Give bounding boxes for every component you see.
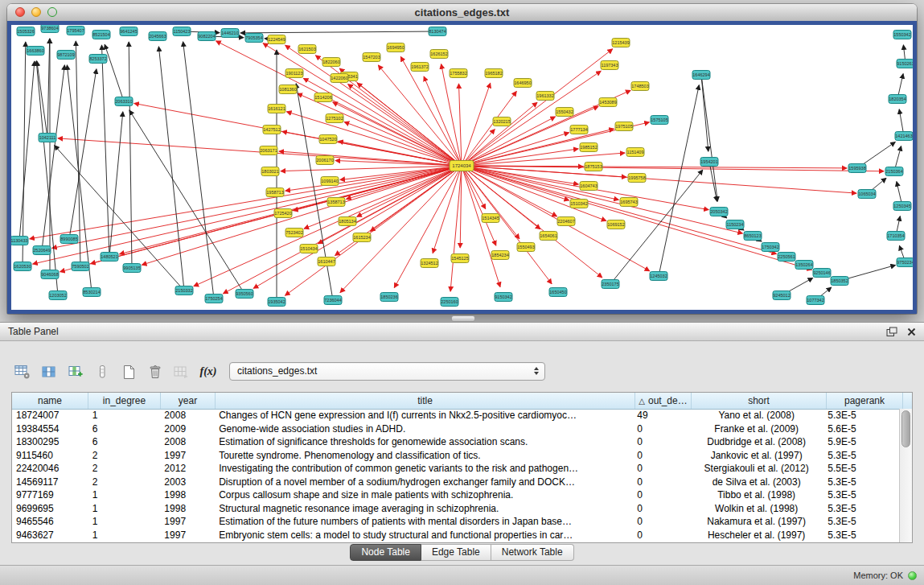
graph-edge[interactable] (263, 43, 462, 166)
column-header-out_de[interactable]: △out_de… (635, 393, 692, 409)
graph-edge[interactable] (285, 45, 462, 166)
graph-node[interactable]: 8521504 (92, 31, 110, 39)
graph-node[interactable]: 1320215 (493, 117, 511, 126)
graph-node[interactable]: 1750254 (205, 295, 223, 303)
close-panel-icon[interactable] (907, 328, 916, 336)
graph-edge[interactable] (105, 44, 124, 101)
network-canvas[interactable]: 1724034150532697386041795407852150496412… (11, 25, 913, 310)
graph-node[interactable]: 7905354 (245, 34, 263, 43)
graph-edge[interactable] (240, 31, 437, 33)
graph-node[interactable]: 1150423 (173, 27, 191, 36)
delete-column-button[interactable] (92, 361, 112, 382)
tab-network-table[interactable]: Network Table (491, 544, 574, 561)
table-row[interactable]: 2242004622012Investigating the contribut… (12, 462, 900, 476)
graph-node[interactable]: 1510434 (300, 245, 318, 253)
graph-edge[interactable] (129, 42, 132, 268)
graph-node[interactable]: 1130433 (11, 237, 28, 245)
graph-node[interactable]: 1224549 (268, 35, 285, 44)
graph-node[interactable]: 1550493 (517, 243, 535, 252)
graph-edge[interactable] (285, 166, 462, 295)
graph-node[interactable]: 8530214 (83, 288, 101, 297)
graph-node[interactable]: 1203052 (49, 291, 67, 300)
graph-node[interactable]: 1958713 (266, 188, 284, 197)
graph-node[interactable]: 1850236 (380, 293, 398, 302)
graph-edge[interactable] (253, 166, 462, 288)
graph-node[interactable]: 1069152 (607, 220, 625, 229)
graph-node[interactable]: 2204607 (557, 217, 575, 226)
graph-node[interactable]: 9245012 (773, 291, 791, 300)
column-header-year[interactable]: year (161, 393, 216, 409)
graph-node[interactable]: 1150234 (726, 220, 744, 229)
graph-edge[interactable] (23, 42, 26, 266)
graph-node[interactable]: 1604743 (580, 182, 598, 191)
graph-node[interactable]: 1510342 (570, 200, 588, 208)
delete-table-button[interactable] (146, 361, 165, 382)
graph-node[interactable]: 2250160 (441, 298, 458, 307)
graph-node[interactable]: 1615234 (353, 233, 371, 242)
graph-node[interactable]: 1710354 (887, 232, 905, 241)
graph-node[interactable]: 1427512 (263, 126, 281, 134)
graph-node[interactable]: 2150332 (175, 286, 193, 295)
graph-node[interactable]: 1250345 (893, 202, 911, 211)
graph-node[interactable]: 2045663 (149, 32, 166, 41)
table-row[interactable]: 969969511998Structural magnetic resonanc… (12, 502, 900, 516)
graph-node[interactable]: 2250561 (778, 253, 795, 262)
graph-node[interactable]: 1935042 (268, 298, 285, 307)
graph-node[interactable]: 1995758 (628, 174, 646, 183)
graph-node[interactable]: 1350264 (795, 261, 813, 270)
table-row[interactable]: 946554611997Estimation of the future num… (12, 515, 900, 529)
graph-node[interactable]: 1755832 (450, 69, 467, 78)
memory-status[interactable]: Memory: OK (853, 566, 917, 585)
graph-node[interactable]: 1620530 (14, 262, 31, 271)
graph-edge[interactable] (69, 69, 97, 239)
graph-node[interactable]: 9250146 (813, 269, 831, 278)
graph-node[interactable]: 9750234 (897, 258, 913, 267)
graph-node[interactable]: 2520649 (33, 246, 51, 255)
graph-node[interactable]: 1875153 (585, 163, 602, 171)
graph-node[interactable]: 1985152 (580, 143, 598, 152)
graph-edge[interactable] (357, 83, 462, 166)
graph-node[interactable]: 1954201 (700, 158, 718, 167)
graph-node[interactable]: 1514345 (482, 214, 499, 223)
float-panel-icon[interactable] (886, 327, 897, 337)
graph-node[interactable]: 9150263 (897, 60, 913, 68)
graph-node[interactable]: 1654061 (540, 232, 557, 241)
table-row[interactable]: 1872400712008Changes of HCN gene express… (12, 409, 900, 422)
graph-node[interactable]: 2050342 (710, 208, 728, 216)
graph-node[interactable]: 8650123 (744, 232, 762, 241)
graph-node[interactable]: 1610447 (318, 257, 335, 266)
graph-node[interactable]: 1822060 (322, 58, 340, 67)
graph-node[interactable]: 1550432 (556, 108, 573, 117)
graph-node[interactable]: 8130474 (429, 27, 446, 36)
graph-node[interactable]: 9872109 (57, 51, 75, 60)
scrollbar-thumb[interactable] (901, 410, 910, 447)
import-table-button[interactable] (172, 361, 191, 382)
graph-node[interactable]: 1480521 (101, 253, 118, 262)
graph-node[interactable]: 1748503 (631, 82, 649, 91)
graph-node[interactable]: 9905135 (123, 264, 141, 273)
window-titlebar[interactable]: citations_edges.txt (7, 4, 917, 22)
column-header-short[interactable]: short (692, 393, 827, 409)
graph-node[interactable]: 9150342 (495, 293, 512, 302)
graph-node[interactable]: 1646294 (692, 71, 710, 80)
graph-edge[interactable] (158, 47, 184, 290)
graph-edge[interactable] (462, 166, 777, 254)
table-row[interactable]: 1938455462009Genome-wide association stu… (12, 422, 900, 436)
graph-edge[interactable] (462, 166, 496, 245)
graph-edge[interactable] (67, 65, 92, 292)
graph-node[interactable]: 1099140 (321, 177, 339, 186)
graph-node[interactable]: 1820354 (889, 95, 906, 104)
graph-edge[interactable] (129, 110, 244, 294)
graph-node[interactable]: 1575105 (651, 116, 668, 125)
graph-edge[interactable] (19, 61, 35, 241)
tab-node-table[interactable]: Node Table (350, 544, 421, 561)
graph-node[interactable]: 7523402 (285, 229, 303, 237)
graph-node[interactable]: 2006170 (316, 156, 334, 165)
graph-edge[interactable] (52, 166, 462, 248)
graph-node[interactable]: 9641245 (120, 27, 138, 36)
table-row[interactable]: 977716911998Corpus callosum shape and si… (12, 488, 900, 502)
graph-node[interactable]: 1081360 (279, 85, 297, 94)
graph-node[interactable]: 1358713 (327, 198, 345, 207)
graph-edge[interactable] (30, 166, 462, 239)
graph-edge[interactable] (378, 65, 462, 166)
